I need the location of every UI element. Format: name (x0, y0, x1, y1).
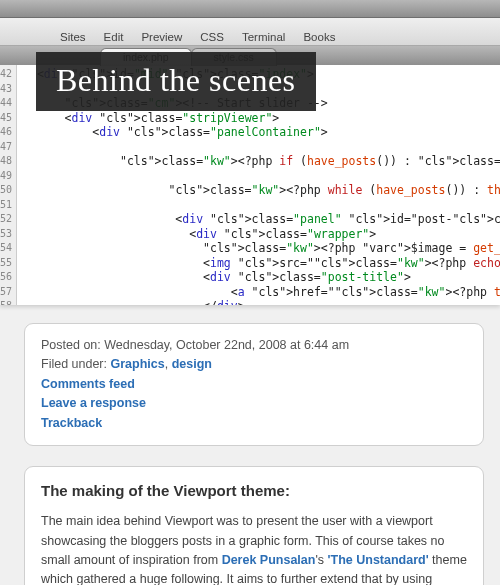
category-sep: , (165, 357, 172, 371)
posted-on-value: Wednesday, October 22nd, 2008 at 6:44 am (104, 338, 349, 352)
code-editor: Sites Edit Preview CSS Terminal Books in… (0, 0, 500, 305)
leave-response-link[interactable]: Leave a response (41, 396, 146, 410)
hero-banner: Sites Edit Preview CSS Terminal Books in… (0, 0, 500, 305)
toolbar-item: Terminal (242, 31, 285, 43)
page-title: Behind the scenes (36, 52, 316, 111)
category-link[interactable]: design (172, 357, 212, 371)
editor-gutter: 42 43 44 45 46 47 48 49 50 51 52 53 54 5… (0, 65, 17, 305)
external-link[interactable]: Derek Punsalan (222, 553, 316, 567)
editor-toolbar: Sites Edit Preview CSS Terminal Books (0, 18, 500, 46)
article-heading: The making of the Viewport theme: (41, 479, 467, 502)
filed-under: Filed under: Graphics, design (41, 355, 467, 374)
toolbar-item: Preview (141, 31, 182, 43)
toolbar-item: CSS (200, 31, 224, 43)
category-link[interactable]: Graphics (110, 357, 164, 371)
post-meta-card: Posted on: Wednesday, October 22nd, 2008… (24, 323, 484, 446)
article-body: The main idea behind Viewport was to pre… (41, 512, 467, 585)
posted-on: Posted on: Wednesday, October 22nd, 2008… (41, 336, 467, 355)
article-card: The making of the Viewport theme: The ma… (24, 466, 484, 585)
toolbar-item: Edit (104, 31, 124, 43)
toolbar-item: Sites (60, 31, 86, 43)
comments-feed-link[interactable]: Comments feed (41, 377, 135, 391)
article-text: 's (315, 553, 327, 567)
trackback-link[interactable]: Trackback (41, 416, 102, 430)
external-link[interactable]: 'The Unstandard' (328, 553, 429, 567)
window-titlebar (0, 0, 500, 18)
posted-on-label: Posted on: (41, 338, 104, 352)
toolbar-item: Books (303, 31, 335, 43)
filed-under-label: Filed under: (41, 357, 110, 371)
